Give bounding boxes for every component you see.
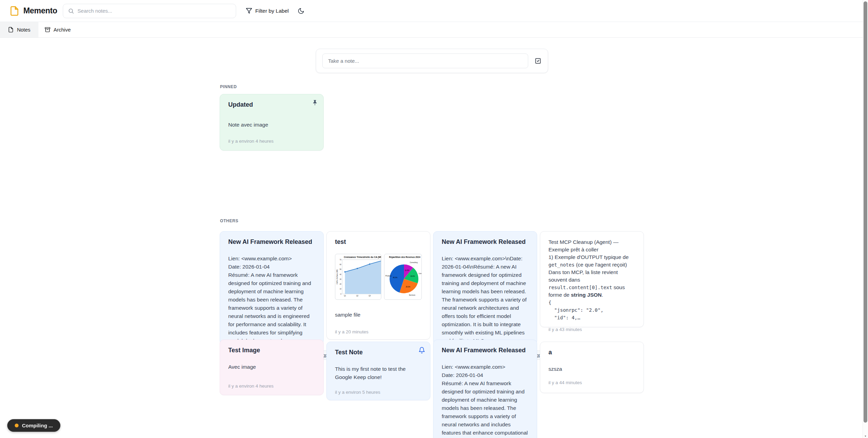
note-timestamp: il y a 43 minutes bbox=[548, 327, 635, 332]
note-title: Test Image bbox=[228, 347, 315, 354]
svg-text:60: 60 bbox=[339, 264, 342, 265]
note-body: Lien: <www.example.com> Date: 2026-01-04… bbox=[442, 363, 529, 438]
note-timestamp: il y a 20 minutes bbox=[335, 329, 422, 334]
line-chart-thumbnail[interactable]: Croissance Trimestrielle du CA (M€) 0 10… bbox=[335, 254, 381, 300]
svg-text:Services: Services bbox=[409, 294, 416, 296]
note-timestamp: il y a environ 4 heures bbox=[228, 139, 315, 144]
others-section-label: OTHERS bbox=[220, 218, 239, 223]
svg-text:Licences: Licences bbox=[419, 273, 422, 274]
note-body: Lien: <www.example.com> Date: 2026-01-04… bbox=[228, 254, 315, 345]
note-title: a bbox=[548, 349, 635, 356]
svg-text:11.0%: 11.0% bbox=[405, 270, 409, 271]
svg-text:50: 50 bbox=[339, 269, 342, 270]
inline-code: get_notes bbox=[548, 262, 575, 268]
svg-text:70: 70 bbox=[339, 259, 342, 261]
note-title: New AI Framework Released bbox=[442, 347, 529, 354]
scrollbar-thumb[interactable] bbox=[864, 1, 867, 423]
tab-notes-label: Notes bbox=[17, 27, 30, 33]
svg-text:Q1: Q1 bbox=[344, 295, 346, 297]
note-card-ai-framework-1[interactable]: New AI Framework Released Lien: <www.exa… bbox=[220, 231, 324, 344]
theme-toggle-button[interactable] bbox=[298, 8, 304, 14]
tab-bar: Notes Archive bbox=[0, 22, 868, 38]
checkbox-icon bbox=[534, 57, 542, 64]
bell-icon[interactable] bbox=[418, 347, 425, 354]
note-body: Note avec image bbox=[228, 121, 315, 129]
status-dot-icon bbox=[15, 424, 19, 427]
search-input[interactable] bbox=[78, 8, 231, 14]
note-attachments: Croissance Trimestrielle du CA (M€) 0 10… bbox=[335, 254, 422, 300]
compiling-status-text: Compiling ... bbox=[22, 423, 53, 428]
notes-page: PINNED Updated Note avec image il y a en… bbox=[0, 38, 868, 438]
moon-icon bbox=[298, 8, 304, 14]
svg-text:10: 10 bbox=[339, 288, 342, 290]
note-timestamp: il y a environ 5 heures bbox=[335, 390, 422, 395]
note-title: New AI Framework Released bbox=[228, 238, 315, 246]
note-card-ai-framework-3[interactable]: New AI Framework Released Lien: <www.exa… bbox=[433, 340, 537, 438]
svg-text:19.0%: 19.0% bbox=[410, 275, 415, 277]
inline-code: result.content[0].text bbox=[548, 285, 612, 290]
svg-text:Répartition des Revenus 2024: Répartition des Revenus 2024 bbox=[389, 256, 420, 259]
svg-text:Chiffre d'affaires (M€): Chiffre d'affaires (M€) bbox=[336, 269, 338, 284]
note-card-test-mcp[interactable]: Test MCP Cleanup (Agent) — Exemple prêt … bbox=[540, 231, 644, 327]
note-card-updated[interactable]: Updated Note avec image il y a environ 4… bbox=[220, 94, 324, 151]
svg-text:Produits: Produits bbox=[385, 275, 392, 277]
app-title: Memento bbox=[23, 6, 57, 15]
note-body: Avec image bbox=[228, 363, 315, 371]
svg-text:45.0%: 45.0% bbox=[393, 277, 397, 279]
tab-notes[interactable]: Notes bbox=[0, 22, 38, 37]
note-title: Test Note bbox=[335, 349, 422, 356]
app-header: Memento Filter by Label bbox=[0, 0, 868, 22]
svg-text:Q2: Q2 bbox=[356, 295, 359, 297]
vertical-scrollbar[interactable]: ▾ bbox=[863, 0, 868, 438]
pinned-section-label: PINNED bbox=[220, 84, 237, 89]
note-card-test[interactable]: test Croissance Trimestrielle du CA (M€)… bbox=[326, 231, 430, 340]
note-body: This is my first note to test the Google… bbox=[335, 365, 422, 381]
scroll-down-arrow[interactable]: ▾ bbox=[864, 435, 867, 437]
note-title: Updated bbox=[228, 101, 315, 108]
note-body: szsza bbox=[548, 365, 635, 373]
svg-text:20: 20 bbox=[339, 283, 342, 285]
note-card-test-image[interactable]: Test Image Avec image il y a environ 4 h… bbox=[220, 340, 324, 395]
svg-text:Croissance Trimestrielle du CA: Croissance Trimestrielle du CA (M€) bbox=[344, 256, 382, 259]
note-card-a[interactable]: a szsza il y a 44 minutes bbox=[540, 342, 644, 393]
svg-text:40: 40 bbox=[339, 274, 342, 275]
tab-archive-label: Archive bbox=[54, 27, 71, 33]
pin-icon[interactable] bbox=[311, 99, 319, 106]
svg-text:Q3: Q3 bbox=[369, 295, 371, 297]
search-box[interactable] bbox=[63, 4, 236, 18]
filter-by-label-button[interactable]: Filter by Label bbox=[246, 8, 289, 14]
note-composer bbox=[316, 49, 548, 73]
svg-text:Consulting: Consulting bbox=[410, 262, 418, 263]
search-icon bbox=[68, 8, 74, 14]
note-body: Test MCP Cleanup (Agent) — Exemple prêt … bbox=[548, 238, 635, 299]
file-icon bbox=[8, 27, 14, 33]
take-a-note-input[interactable] bbox=[322, 54, 528, 68]
app-logo-icon bbox=[9, 6, 20, 16]
archive-icon bbox=[45, 27, 50, 33]
svg-text:25.0%: 25.0% bbox=[406, 286, 410, 288]
note-card-test-note[interactable]: Test Note This is my first note to test … bbox=[326, 342, 430, 400]
svg-text:0: 0 bbox=[340, 293, 342, 295]
note-timestamp: il y a 44 minutes bbox=[548, 380, 635, 385]
add-checklist-button[interactable] bbox=[534, 57, 542, 64]
filter-by-label-text: Filter by Label bbox=[255, 8, 289, 14]
pie-chart-thumbnail[interactable]: Répartition des Revenus 2024 45.0% 25.0%… bbox=[384, 254, 422, 300]
compiling-status-badge: Compiling ... bbox=[7, 419, 60, 432]
note-title: New AI Framework Released bbox=[442, 238, 529, 246]
note-timestamp: il y a environ 4 heures bbox=[228, 383, 315, 389]
note-body: Lien: <www.example.com>\nDate: 2026-01-0… bbox=[442, 254, 529, 345]
note-card-ai-framework-2[interactable]: New AI Framework Released Lien: <www.exa… bbox=[433, 231, 537, 344]
code-block: { "jsonrpc": "2.0", "id": 4,… bbox=[548, 299, 635, 321]
funnel-icon bbox=[246, 8, 252, 14]
svg-text:Q4: Q4 bbox=[381, 295, 382, 297]
tab-archive[interactable]: Archive bbox=[38, 22, 77, 37]
note-title: test bbox=[335, 238, 422, 246]
note-body: sample file bbox=[335, 311, 422, 319]
svg-text:30: 30 bbox=[339, 279, 342, 280]
